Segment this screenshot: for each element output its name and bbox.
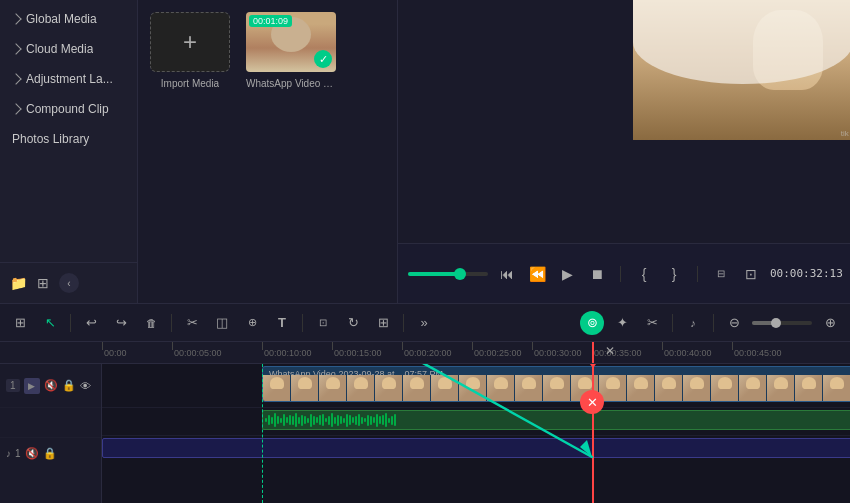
zoom-thumb[interactable] <box>771 318 781 328</box>
sidebar-item-cloud-media[interactable]: Cloud Media <box>0 34 137 64</box>
wave-bar <box>274 413 276 427</box>
cursor-button[interactable]: ↖ <box>38 311 62 335</box>
mark-in-button[interactable]: { <box>633 263 655 285</box>
audio-track-control <box>0 408 101 438</box>
preview-area: tik ⏮ ⏪ ▶ ⏹ { } ⊟ ⊡ <box>398 0 850 303</box>
zoom-slider[interactable] <box>752 321 812 325</box>
collapse-sidebar-button[interactable]: ‹ <box>59 273 79 293</box>
tracks-area: 1 ▶ 🔇 🔒 👁 ♪ 1 🔇 <box>0 364 850 503</box>
ruler-mark: 00:00:25:00 <box>472 342 522 363</box>
delete-button[interactable]: 🗑 <box>139 311 163 335</box>
effect-button[interactable]: ✦ <box>610 311 634 335</box>
wave-bar <box>349 415 351 425</box>
sidebar-item-global-media[interactable]: Global Media <box>0 4 137 34</box>
cut-marker[interactable]: ✕ <box>580 390 604 414</box>
watermark: tik <box>841 129 849 138</box>
add-button[interactable]: ⊕ <box>240 311 264 335</box>
eye-icon[interactable]: 👁 <box>80 380 91 392</box>
grid-button[interactable]: ⊞ <box>8 311 32 335</box>
ruler-mark: 00:00 <box>102 342 127 363</box>
undo-button[interactable]: ↩ <box>79 311 103 335</box>
wave-bar <box>265 418 267 422</box>
sidebar-item-compound-clip[interactable]: Compound Clip <box>0 94 137 124</box>
wave-bar <box>319 415 321 425</box>
volume-thumb[interactable] <box>454 268 466 280</box>
preview-controls: ⏮ ⏪ ▶ ⏹ { } ⊟ ⊡ 00:00:32:13 <box>398 243 850 303</box>
person-sim <box>633 0 850 140</box>
mute-icon[interactable]: 🔇 <box>44 379 58 392</box>
import-media-box[interactable]: + <box>150 12 230 72</box>
wave-bar <box>316 417 318 423</box>
music-button[interactable]: ♪ <box>681 311 705 335</box>
media-browser-content: + Import Media 00:01:09 ✓ WhatsApp Video… <box>138 0 397 303</box>
redo-button[interactable]: ↪ <box>109 311 133 335</box>
fast-back-button[interactable]: ⏪ <box>526 263 548 285</box>
full-screen-button[interactable]: ⊡ <box>740 263 762 285</box>
music-lock-icon[interactable]: 🔒 <box>43 447 57 460</box>
wave-bar <box>367 415 369 426</box>
expand-arrow <box>10 73 21 84</box>
insert-button[interactable]: ◫ <box>210 311 234 335</box>
sidebar-bottom: 📁 ⊞ ‹ <box>0 262 137 303</box>
zoom-out-button[interactable]: ⊖ <box>722 311 746 335</box>
grid-icon[interactable]: ⊞ <box>37 275 49 291</box>
track-type-icon: ▶ <box>24 378 40 394</box>
mark-out-button[interactable]: } <box>663 263 685 285</box>
volume-fill <box>408 272 460 276</box>
expand-arrow <box>10 103 21 114</box>
wave-bar <box>394 414 396 426</box>
divider <box>672 314 673 332</box>
fit-button[interactable]: ⊟ <box>710 263 732 285</box>
import-media-item[interactable]: + Import Media <box>150 12 230 89</box>
timeline-area: ⊞ ↖ ↩ ↪ 🗑 ✂ ◫ ⊕ T ⊡ ↻ ⊞ » ⊚ ✦ ✂ ♪ ⊖ <box>0 303 850 503</box>
ruler-mark: 00:00:10:00 <box>262 342 312 363</box>
wave-bar <box>310 414 312 427</box>
crop-button[interactable]: ⊡ <box>311 311 335 335</box>
volume-bar[interactable] <box>408 272 488 276</box>
audio-clip[interactable] <box>262 410 850 430</box>
close-ruler-button[interactable]: ✕ <box>605 344 615 358</box>
cut-button[interactable]: ✂ <box>180 311 204 335</box>
wave-bar <box>388 418 390 423</box>
more-button[interactable]: » <box>412 311 436 335</box>
wave-bar <box>346 414 348 427</box>
play-button[interactable]: ▶ <box>556 263 578 285</box>
thumb-item <box>543 375 571 401</box>
sidebar-item-photos-library[interactable]: Photos Library <box>0 124 137 154</box>
rewind-button[interactable]: ⏮ <box>496 263 518 285</box>
wave-bar <box>373 417 375 423</box>
timecode: 00:00:32:13 <box>770 267 843 280</box>
thumb-item <box>263 375 291 401</box>
video-clip[interactable]: WhatsApp Video 2023-09-28 at... 07:57 PM <box>262 366 850 402</box>
lock-icon[interactable]: 🔒 <box>62 379 76 392</box>
text-button[interactable]: T <box>270 311 294 335</box>
thumb-item <box>291 375 319 401</box>
video-clip-item[interactable]: 00:01:09 ✓ WhatsApp Video 202... <box>246 12 336 89</box>
wave-bar <box>382 415 384 425</box>
razor-button[interactable]: ✂ <box>640 311 664 335</box>
folder-icon[interactable]: 📁 <box>10 275 27 291</box>
rotate-button[interactable]: ↻ <box>341 311 365 335</box>
wave-bar <box>340 416 342 424</box>
music-clip[interactable] <box>102 438 850 458</box>
wave-bar <box>277 416 279 424</box>
wave-bar <box>307 418 309 423</box>
divider <box>171 314 172 332</box>
video-icon: ▶ <box>28 381 35 391</box>
divider <box>302 314 303 332</box>
zoom-in-button[interactable]: ⊕ <box>818 311 842 335</box>
divider <box>620 266 621 282</box>
plus-icon: + <box>183 28 197 56</box>
stop-button[interactable]: ⏹ <box>586 263 608 285</box>
music-mute-icon[interactable]: 🔇 <box>25 447 39 460</box>
speed-button[interactable]: ⊚ <box>580 311 604 335</box>
transform-button[interactable]: ⊞ <box>371 311 395 335</box>
wave-bar <box>328 416 330 425</box>
expand-arrow <box>10 13 21 24</box>
divider <box>403 314 404 332</box>
thumb-item <box>487 375 515 401</box>
thumb-item <box>375 375 403 401</box>
sidebar-item-adjustment[interactable]: Adjustment La... <box>0 64 137 94</box>
audio-waveform <box>263 411 850 429</box>
thumb-item <box>739 375 767 401</box>
